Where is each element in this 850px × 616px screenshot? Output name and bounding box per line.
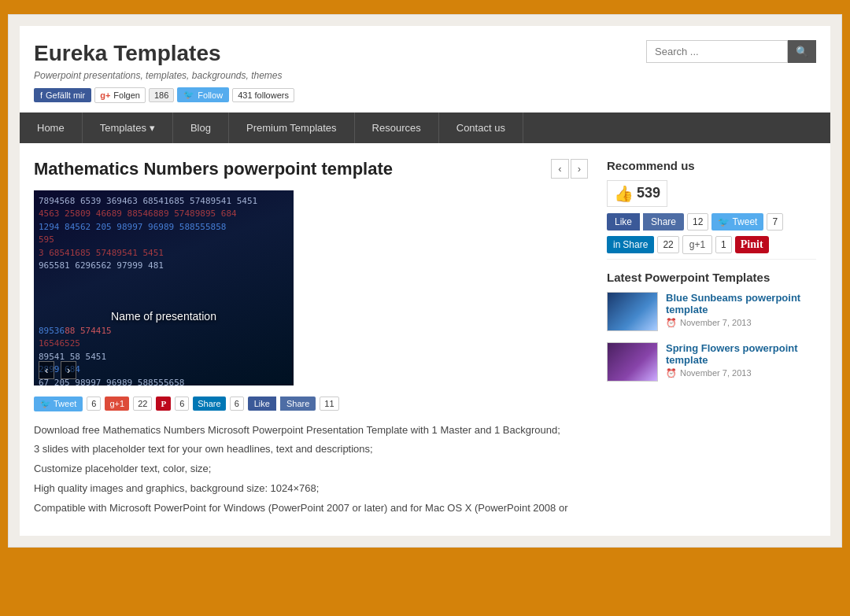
sidebar-tweet-count: 7 [767, 213, 783, 231]
next-article-button[interactable]: › [571, 159, 588, 179]
body-line-4: High quality images and graphics, backgr… [34, 481, 588, 497]
twitter-count: 431 followers [232, 88, 294, 102]
recommend-title: Recommend us [607, 159, 816, 172]
fb-article-like-button[interactable]: Like [248, 397, 276, 411]
nav-arrows: ‹ › [551, 159, 588, 179]
spring-flowers-thumbnail [608, 343, 657, 381]
slide-background: 7894568 6539 369463 68541685 57489541 54… [34, 190, 294, 385]
site-title: Eureka Templates [34, 40, 294, 67]
social-buttons: f Gefällt mir g+ Folgen 186 🐦 Follow 431… [34, 87, 294, 103]
nav-item-resources[interactable]: Resources [355, 113, 439, 143]
search-area: 🔍 [646, 40, 816, 63]
clock-icon-1: ⏰ [666, 318, 677, 328]
latest-thumb-2[interactable] [607, 342, 658, 382]
body-line-1: Download free Mathematics Numbers Micros… [34, 422, 588, 439]
header: Eureka Templates Powerpoint presentation… [20, 26, 830, 109]
slide-presentation-label: Name of presentation [111, 310, 216, 323]
article-body: Download free Mathematics Numbers Micros… [34, 422, 588, 517]
latest-item-2: Spring Flowers powerpoint template ⏰ Nov… [607, 342, 816, 382]
share-bar: 🐦 Tweet 6 g+1 22 P 6 Share 6 Like [34, 397, 588, 411]
latest-thumb-1[interactable] [607, 292, 658, 331]
sidebar-linkedin-button[interactable]: in Share [607, 236, 654, 253]
latest-item-date-2: ⏰ November 7, 2013 [666, 368, 816, 378]
like-number: 539 [637, 185, 660, 201]
sidebar-linkedin-count: 22 [657, 236, 678, 253]
pin-count: 6 [175, 397, 189, 411]
sidebar-gplus-button[interactable]: g+1 [682, 235, 712, 254]
fb-icon: f [40, 90, 42, 100]
gplus-share-button[interactable]: g+1 [105, 397, 129, 411]
header-left: Eureka Templates Powerpoint presentation… [34, 40, 294, 103]
twitter-icon: 🐦 [40, 399, 51, 409]
sidebar-fb-share-button[interactable]: Share [643, 213, 684, 231]
chevron-down-icon: ▾ [150, 122, 155, 134]
prev-article-button[interactable]: ‹ [551, 159, 568, 179]
sidebar: Recommend us 👍 539 Like Share 12 🐦Tweet [588, 159, 816, 520]
linkedin-count: 6 [230, 397, 244, 411]
latest-item-title-1[interactable]: Blue Sunbeams powerpoint template [666, 292, 816, 315]
body-line-2: 3 slides with placeholder text for your … [34, 441, 588, 458]
fb-like-button[interactable]: f Gefällt mir [34, 88, 91, 102]
nav-item-contact[interactable]: Contact us [439, 113, 523, 143]
latest-item-title-2[interactable]: Spring Flowers powerpoint template [666, 342, 816, 366]
tweet-count: 6 [87, 397, 101, 411]
article-title: Mathematics Numbers powerpoint template [34, 159, 393, 179]
nav-item-templates[interactable]: Templates ▾ [83, 113, 173, 143]
slide-next-button[interactable]: › [61, 361, 76, 379]
nav-item-home[interactable]: Home [20, 113, 83, 143]
math-numbers-overlay: 7894568 6539 369463 68541685 57489541 54… [34, 190, 294, 385]
twitter-icon-small: 🐦 [718, 216, 730, 227]
content-area: Mathematics Numbers powerpoint template … [20, 143, 830, 536]
nav-item-blog[interactable]: Blog [173, 113, 229, 143]
fb-article-share-button[interactable]: Share [280, 397, 316, 411]
slide-prev-button[interactable]: ‹ [39, 361, 54, 379]
gplus-follow-button[interactable]: g+ Folgen [94, 87, 146, 103]
article-header: Mathematics Numbers powerpoint template … [34, 159, 588, 179]
sidebar-fb-count: 12 [687, 213, 708, 231]
linkedin-share-button[interactable]: Share [193, 397, 225, 411]
thumbs-up-icon: 👍 [614, 184, 634, 203]
sidebar-pinterest-button[interactable]: Pinit [735, 236, 769, 253]
gplus-share-count: 22 [133, 397, 152, 411]
linkedin-icon: in [613, 239, 620, 250]
search-button[interactable]: 🔍 [788, 40, 816, 63]
slideshow: 7894568 6539 369463 68541685 57489541 54… [34, 190, 294, 385]
social-row-2: in Share 22 g+1 1 Pinit [607, 235, 816, 254]
main-content: Mathematics Numbers powerpoint template … [34, 159, 588, 520]
latest-item-date-1: ⏰ November 7, 2013 [666, 318, 816, 328]
gplus-icon: g+ [100, 90, 110, 100]
site-subtitle: Powerpoint presentations, templates, bac… [34, 70, 294, 81]
twitter-follow-button[interactable]: 🐦 Follow [177, 87, 229, 102]
inner-wrapper: Eureka Templates Powerpoint presentation… [20, 26, 830, 536]
sidebar-gplus-count: 1 [715, 236, 732, 253]
latest-info-1: Blue Sunbeams powerpoint template ⏰ Nove… [666, 292, 816, 328]
body-line-5: Compatible with Microsoft PowerPoint for… [34, 500, 588, 517]
main-nav: Home Templates ▾ Blog Premium Templates … [20, 113, 830, 143]
page-wrapper: Eureka Templates Powerpoint presentation… [8, 14, 842, 548]
nav-item-premium[interactable]: Premium Templates [229, 113, 355, 143]
twitter-bird-icon: 🐦 [183, 90, 194, 100]
like-count-display: 👍 539 [614, 184, 660, 203]
search-input[interactable] [646, 40, 788, 63]
clock-icon-2: ⏰ [666, 368, 677, 378]
social-row-1: Like Share 12 🐦Tweet 7 [607, 213, 816, 231]
pinterest-button[interactable]: P [156, 397, 171, 411]
gplus-count: 186 [149, 88, 174, 102]
fb-count: 11 [320, 397, 338, 411]
latest-title: Latest Powerpoint Templates [607, 259, 816, 284]
body-line-3: Customize placeholder text, color, size; [34, 461, 588, 478]
latest-item-1: Blue Sunbeams powerpoint template ⏰ Nove… [607, 292, 816, 331]
like-count-box: 👍 539 [607, 180, 667, 207]
blue-sunbeams-thumbnail [608, 293, 657, 330]
latest-info-2: Spring Flowers powerpoint template ⏰ Nov… [666, 342, 816, 378]
tweet-button[interactable]: 🐦 Tweet [34, 397, 83, 411]
sidebar-tweet-button[interactable]: 🐦Tweet [711, 213, 763, 231]
sidebar-fb-like-button[interactable]: Like [607, 213, 640, 231]
